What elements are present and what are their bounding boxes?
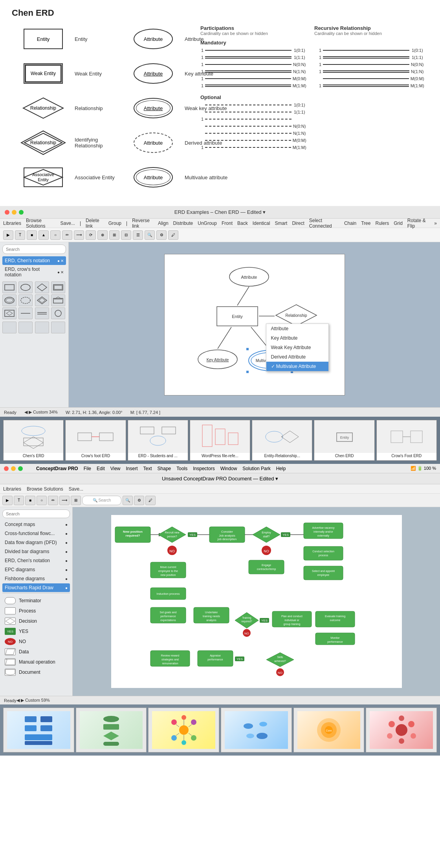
menu-direct[interactable]: Direct bbox=[292, 221, 304, 226]
mac-menu-text[interactable]: Text bbox=[143, 466, 152, 471]
menu-libraries[interactable]: Libraries bbox=[3, 221, 21, 226]
cd-lib-concept-maps[interactable]: Concept maps ● bbox=[2, 520, 70, 529]
canvas-key-attribute[interactable]: Key Attribute bbox=[196, 349, 239, 370]
close-button[interactable] bbox=[5, 210, 9, 215]
tool-btn-2[interactable]: T bbox=[15, 230, 25, 240]
cd-menu-libraries[interactable]: Libraries bbox=[3, 486, 21, 492]
thumb-students-erd[interactable]: ERD - Students and ... bbox=[128, 420, 188, 461]
cd-menu-save[interactable]: Save... bbox=[69, 486, 83, 492]
ctx-derived-attribute[interactable]: Derived Attribute bbox=[266, 352, 328, 362]
shape-thumb-10[interactable] bbox=[18, 307, 33, 319]
tool-btn-3[interactable]: ■ bbox=[27, 230, 37, 240]
mac-menu-help[interactable]: Help bbox=[276, 466, 286, 471]
menu-ungroup[interactable]: UnGroup bbox=[198, 221, 217, 226]
cd-tool-3[interactable]: ■ bbox=[25, 496, 35, 505]
tool-btn-14[interactable]: ⚙ bbox=[156, 230, 167, 240]
cd-shape-document[interactable]: Document bbox=[2, 667, 70, 677]
canvas-entity[interactable]: Entity bbox=[216, 305, 259, 327]
shape-thumb-11[interactable] bbox=[35, 307, 49, 319]
cd-tool-1[interactable]: ▶ bbox=[2, 496, 13, 505]
tool-btn-1[interactable]: ▶ bbox=[3, 230, 13, 240]
cd-lib-crossfunctional[interactable]: Cross-functional flowc... ● bbox=[2, 529, 70, 538]
thumb-chen-erd-2[interactable]: Entity Chen ERD bbox=[314, 420, 374, 461]
tool-btn-5[interactable]: ○ bbox=[50, 230, 60, 240]
shape-thumb-4[interactable] bbox=[51, 281, 65, 293]
shape-thumb-9[interactable] bbox=[2, 307, 16, 319]
cd-tool-2[interactable]: T bbox=[14, 496, 24, 505]
menu-browse-solutions[interactable]: Browse Solutions bbox=[26, 218, 56, 229]
shape-thumb-1[interactable] bbox=[2, 281, 16, 293]
cd-lib-epc[interactable]: EPC diagrams ● bbox=[2, 565, 70, 574]
cd-tool-5[interactable]: ✏ bbox=[48, 496, 58, 505]
ctx-key-attribute[interactable]: Key Attribute bbox=[266, 333, 328, 343]
canvas-attribute[interactable]: Attribute bbox=[227, 266, 271, 288]
menu-smart[interactable]: Smart bbox=[275, 221, 287, 226]
mac-menu-shape[interactable]: Shape bbox=[158, 466, 171, 471]
menu-chain[interactable]: Chain bbox=[344, 221, 356, 226]
minimize-button[interactable] bbox=[12, 210, 16, 215]
shape-thumb-16[interactable] bbox=[51, 322, 65, 333]
menu-front[interactable]: Front bbox=[222, 221, 233, 226]
cd-tool-4[interactable]: ○ bbox=[37, 496, 47, 505]
cd-search-input[interactable] bbox=[2, 509, 70, 518]
sidebar-item-crow-erd[interactable]: ERD, crow's foot notation ● ✕ bbox=[2, 265, 66, 279]
context-menu[interactable]: Attribute Key Attribute Weak Key Attribu… bbox=[266, 324, 329, 371]
menu-group[interactable]: Group bbox=[108, 221, 121, 226]
cd-lib-dfd[interactable]: Data flow diagram (DFD) ● bbox=[2, 538, 70, 547]
mac-menu-edit[interactable]: Edit bbox=[97, 466, 105, 471]
bottom-thumb-1[interactable] bbox=[3, 708, 74, 752]
ctx-attribute[interactable]: Attribute bbox=[266, 324, 328, 333]
menu-distribute[interactable]: Distribute bbox=[173, 221, 193, 226]
cd-lib-flowcharts[interactable]: Flowcharts Rapid Draw ● bbox=[2, 583, 70, 592]
cd-shape-manual[interactable]: Manual operation bbox=[2, 657, 70, 667]
menu-tree[interactable]: Tree bbox=[361, 221, 370, 226]
cd-close-button[interactable] bbox=[4, 466, 9, 471]
menu-save[interactable]: Save... bbox=[60, 221, 75, 226]
menu-more[interactable]: » bbox=[434, 221, 437, 226]
cd-shape-decision[interactable]: Decision bbox=[2, 616, 70, 626]
cd-lib-erd-chen[interactable]: ERD, Chen's notation ● bbox=[2, 556, 70, 565]
cd-tool-6[interactable]: ⟶ bbox=[59, 496, 70, 505]
ctx-multivalue-attribute[interactable]: ✓ Multivalue Attribute bbox=[266, 362, 328, 371]
menu-select-connected[interactable]: Select Connected bbox=[309, 218, 339, 229]
cd-shape-no[interactable]: NO NO bbox=[2, 636, 70, 647]
mac-menu-app[interactable]: ConceptDraw PRO bbox=[36, 466, 78, 471]
search-input[interactable] bbox=[2, 245, 66, 254]
mac-menu-file[interactable]: File bbox=[84, 466, 91, 471]
tool-btn-7[interactable]: ⟶ bbox=[74, 230, 84, 240]
thumb-entity-relationship[interactable]: Entity-Relationship... bbox=[252, 420, 312, 461]
ctx-weak-key-attribute[interactable]: Weak Key Attribute bbox=[266, 343, 328, 352]
shape-thumb-12[interactable] bbox=[51, 307, 65, 319]
thumb-crows-erd[interactable]: Crow's foot ERD bbox=[65, 420, 126, 461]
bottom-thumb-5[interactable]: Core bbox=[293, 708, 365, 752]
shape-thumb-8[interactable] bbox=[51, 294, 65, 306]
tool-btn-13[interactable]: 🔍 bbox=[145, 230, 155, 240]
bottom-thumb-2[interactable] bbox=[76, 708, 147, 752]
cd-tool-8[interactable]: 🔍 bbox=[123, 496, 133, 505]
tool-btn-12[interactable]: ☰ bbox=[133, 230, 143, 240]
tool-btn-11[interactable]: ⊟ bbox=[121, 230, 131, 240]
canvas-inner[interactable]: Attribute Entity Relationship Key Attrib… bbox=[164, 254, 345, 395]
shape-thumb-7[interactable] bbox=[35, 294, 49, 306]
mac-menu-insert[interactable]: Insert bbox=[126, 466, 138, 471]
tool-btn-9[interactable]: ⊕ bbox=[97, 230, 108, 240]
cd-minimize-button[interactable] bbox=[11, 466, 16, 471]
cd-shape-data[interactable]: Data bbox=[2, 647, 70, 657]
shape-thumb-2[interactable] bbox=[18, 281, 33, 293]
mac-menu-tools[interactable]: Tools bbox=[176, 466, 187, 471]
menu-rulers[interactable]: Rulers bbox=[375, 221, 389, 226]
shape-thumb-15[interactable] bbox=[35, 322, 49, 333]
bottom-thumb-4[interactable] bbox=[221, 708, 292, 752]
cd-canvas-inner[interactable]: New position required? Recruit new perso… bbox=[111, 515, 402, 688]
tool-btn-8[interactable]: ⟳ bbox=[86, 230, 96, 240]
thumb-wordpress-erd[interactable]: WordPress file-refe... bbox=[190, 420, 250, 461]
cd-lib-fishbone[interactable]: Fishbone diagrams ● bbox=[2, 574, 70, 583]
maximize-button[interactable] bbox=[19, 210, 24, 215]
shape-thumb-5[interactable] bbox=[2, 294, 16, 306]
cd-lib-divided-bar[interactable]: Divided bar diagrams ● bbox=[2, 547, 70, 556]
mac-menu-inspectors[interactable]: Inspectors bbox=[193, 466, 214, 471]
tool-btn-4[interactable]: ▲ bbox=[38, 230, 49, 240]
shape-thumb-6[interactable] bbox=[18, 294, 33, 306]
menu-grid[interactable]: Grid bbox=[394, 221, 403, 226]
shape-thumb-3[interactable] bbox=[35, 281, 49, 293]
